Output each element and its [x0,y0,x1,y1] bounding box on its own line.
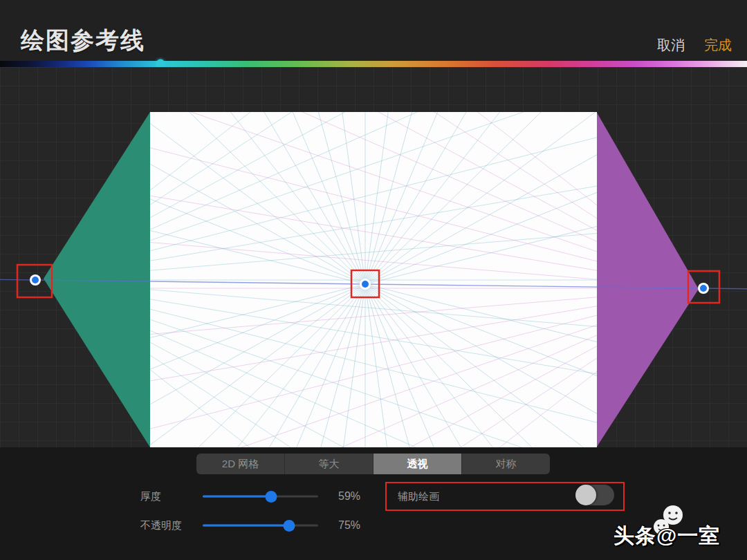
header-actions: 取消 完成 [657,36,732,55]
thickness-value: 59% [338,490,360,503]
vanishing-point-handle[interactable] [32,277,39,283]
vanishing-point-handle[interactable] [362,281,369,288]
thickness-slider-fill [203,496,271,498]
tab-perspective[interactable]: 透视 [373,454,461,474]
page-title: 绘图参考线 [21,25,145,57]
tab-isometric[interactable]: 等大 [284,454,373,474]
thickness-slider-thumb[interactable] [265,491,277,503]
hue-slider[interactable] [0,61,747,67]
perspective-canvas [0,67,747,447]
tab-2d-grid[interactable]: 2D 网格 [196,454,284,474]
opacity-slider[interactable] [203,525,318,527]
vanishing-point-handle[interactable] [700,285,707,292]
right-cone [597,113,699,447]
canvas-area [0,67,747,447]
tab-symmetry[interactable]: 对称 [461,454,550,474]
opacity-value: 75% [338,519,360,532]
cancel-button[interactable]: 取消 [657,36,685,55]
annotation-box [385,482,625,511]
opacity-slider-thumb[interactable] [284,520,295,532]
bottom-panel: 2D 网格 等大 透视 对称 厚度 59% 不透明度 75% 辅助绘画 [0,447,747,560]
left-cone [44,112,150,447]
opacity-slider-fill [203,525,289,527]
guide-type-tabs: 2D 网格 等大 透视 对称 [196,454,550,474]
thickness-label: 厚度 [140,490,161,503]
header-bar: 绘图参考线 取消 完成 [0,0,747,61]
done-button[interactable]: 完成 [704,36,732,55]
thickness-slider[interactable] [203,496,318,498]
opacity-label: 不透明度 [140,519,182,532]
